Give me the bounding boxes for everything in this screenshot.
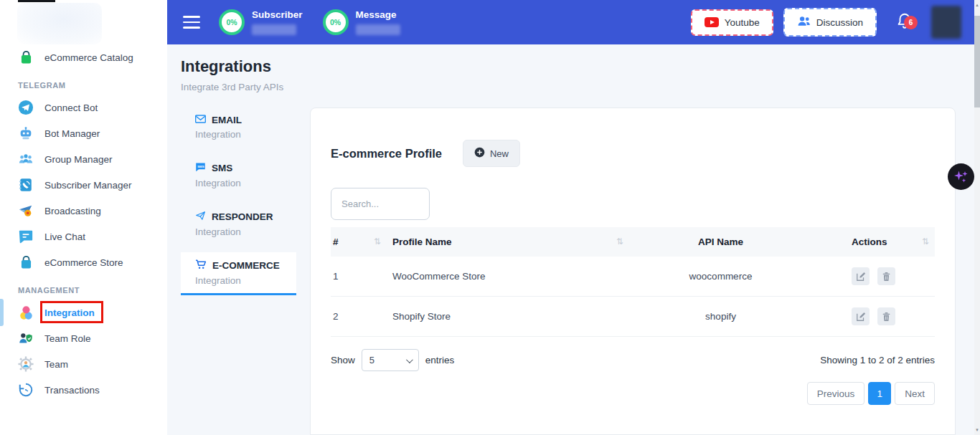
app-logo [17,3,102,44]
trash-icon [882,312,891,322]
page-size-select[interactable]: 5 [362,349,419,371]
tab-email-integration[interactable]: EMAIL Integration [181,107,296,148]
row-profile-name: WooCommerce Store [387,257,629,297]
previous-page-button[interactable]: Previous [807,382,865,405]
paper-plane-icon [195,211,206,223]
tab-ecommerce-integration[interactable]: E-COMMERCE Integration [181,252,296,295]
sidebar-item-integration[interactable]: Integration [0,300,167,325]
subscriber-percent-ring: 0% [219,9,245,35]
edit-button[interactable] [852,307,870,325]
sidebar-item-ecommerce-store[interactable]: eCommerce Store [0,249,167,275]
page-title: Integrations [181,57,956,76]
logo-redacted-mark [18,0,55,2]
person-shield-icon [18,330,34,346]
column-header-profile-name[interactable]: Profile Name ⇅ [387,227,629,257]
envelope-icon [195,115,206,125]
tab-sms-integration[interactable]: SMS SMS Integration [181,155,296,197]
sidebar-item-transactions[interactable]: Transactions [0,377,167,403]
shopping-bag-green-icon [18,49,34,65]
youtube-icon [705,17,719,27]
app-window: eCommerce Catalog TELEGRAM Connect Bot B… [0,0,980,435]
page-1-button[interactable]: 1 [868,382,891,405]
delete-button[interactable] [877,307,895,325]
sidebar-section-management: MANAGEMENT [0,275,167,300]
logo-area [0,0,167,44]
tab-subtitle: Integration [195,129,296,140]
sidebar-item-ecommerce-catalog[interactable]: eCommerce Catalog [0,44,167,70]
sparkles-icon [953,168,970,186]
user-avatar[interactable] [931,6,961,39]
tab-title: EMAIL [212,115,242,125]
ecommerce-profile-panel: E-commerce Profile New [310,107,956,435]
subscriber-stat-label: Subscriber [252,9,303,21]
contact-book-icon [18,177,34,193]
tab-title: E-COMMERCE [212,260,280,271]
shopping-bag-blue-icon [18,254,34,270]
sidebar-item-connect-bot[interactable]: Connect Bot [0,95,167,120]
entries-label: entries [425,355,455,365]
sort-icon[interactable]: ⇅ [922,236,929,247]
column-header-api-name[interactable]: API Name [629,227,812,257]
telegram-plane-icon [18,100,34,115]
next-page-button[interactable]: Next [895,382,935,405]
row-actions [812,257,935,297]
shopping-cart-icon [195,259,207,272]
ai-assistant-fab[interactable] [948,163,974,190]
row-num: 2 [331,297,387,337]
column-header-num[interactable]: # ⇅ [331,227,387,257]
scroll-down-arrow-icon[interactable]: ▼ [974,426,980,434]
table-row: 1 WooCommerce Store woocommerce [331,257,935,297]
sidebar-item-label: Bot Manager [44,128,100,139]
sidebar-item-label: Team Role [44,333,91,344]
new-profile-button[interactable]: New [463,140,520,167]
showing-entries-text: Showing 1 to 2 of 2 entries [820,355,935,365]
sidebar-item-label: Connect Bot [44,102,98,113]
sidebar-item-group-manager[interactable]: Group Manager [0,146,167,172]
hamburger-menu-icon[interactable] [183,16,200,29]
sidebar-section-telegram: TELEGRAM [0,70,167,95]
edit-button[interactable] [852,267,870,285]
chat-bubble-icon [18,229,34,244]
column-header-actions[interactable]: Actions ⇅ [812,227,935,257]
scroll-up-arrow-icon[interactable]: ▲ [974,1,980,9]
sidebar-item-label: eCommerce Store [44,257,123,268]
sidebar: eCommerce Catalog TELEGRAM Connect Bot B… [0,0,167,435]
table-header-row: # ⇅ Profile Name ⇅ API Name [331,227,935,257]
row-api-name: woocommerce [629,257,812,297]
scrollbar-thumb[interactable] [974,16,980,107]
gear-person-icon [18,356,34,372]
svg-text:SMS: SMS [197,165,204,168]
sidebar-item-label: Team [44,359,68,370]
sidebar-item-team-role[interactable]: Team Role [0,325,167,351]
notifications-button[interactable]: 6 [895,11,914,33]
table-row: 2 Shopify Store shopify [331,297,935,337]
message-stat: 0% Message [323,9,400,35]
delete-button[interactable] [877,267,895,285]
discussion-button[interactable]: Discussion [783,8,877,37]
sidebar-item-team[interactable]: Team [0,351,167,377]
tab-responder-integration[interactable]: RESPONDER Integration [181,204,296,246]
people-group-icon [18,151,34,167]
sidebar-item-live-chat[interactable]: Live Chat [0,224,167,249]
sidebar-item-subscriber-manager[interactable]: Subscriber Manager [0,172,167,198]
youtube-button[interactable]: Youtube [691,9,773,36]
row-actions [812,297,935,337]
window-scrollbar[interactable]: ▲ ▼ [974,0,980,435]
tab-subtitle: Integration [195,275,296,286]
sort-icon[interactable]: ⇅ [374,236,381,247]
sidebar-item-broadcasting[interactable]: Broadcasting [0,198,167,224]
integration-subnav: EMAIL Integration SMS SMS Integration [181,107,296,435]
sidebar-item-bot-manager[interactable]: Bot Manager [0,120,167,146]
plus-circle-icon [474,147,485,160]
sort-icon[interactable]: ⇅ [616,236,623,247]
show-label: Show [331,355,355,365]
sidebar-item-label: Transactions [44,385,100,396]
profiles-table: # ⇅ Profile Name ⇅ API Name [331,227,935,337]
sidebar-item-label: Subscriber Manager [44,180,132,191]
color-circles-icon [18,305,34,320]
youtube-button-label: Youtube [725,17,760,28]
topbar: 0% Subscriber 0% Message Youtube [167,0,974,44]
content-area: Integrations Integrate 3rd Party APIs EM… [167,44,974,435]
panel-title: E-commerce Profile [331,147,442,161]
search-input[interactable] [331,188,430,220]
